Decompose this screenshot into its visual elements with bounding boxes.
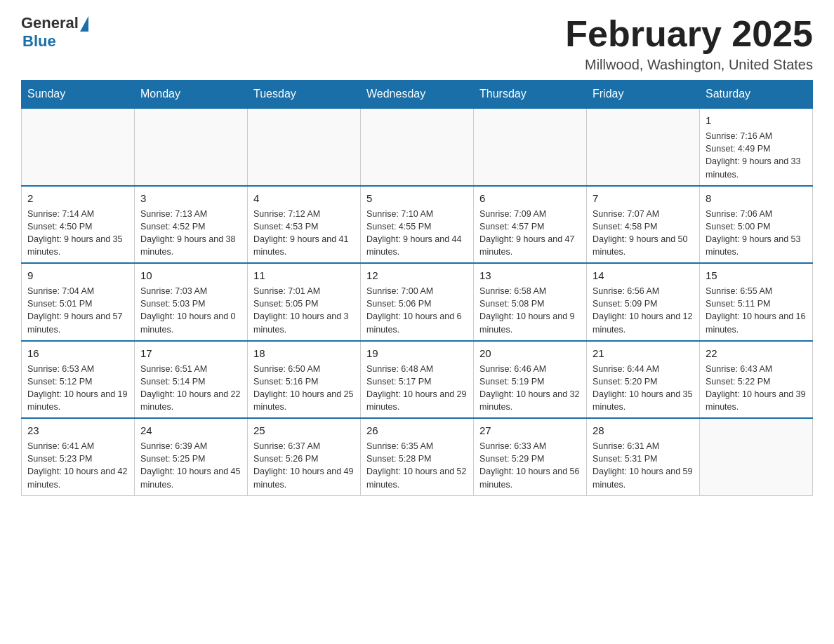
day-info: Sunrise: 7:07 AM Sunset: 4:58 PM Dayligh… [593,208,694,259]
day-number: 19 [366,346,468,361]
calendar-cell: 24Sunrise: 6:39 AM Sunset: 5:25 PM Dayli… [135,418,248,495]
day-number: 2 [27,191,128,206]
day-number: 8 [706,191,807,206]
calendar-cell [135,108,248,186]
day-number: 10 [140,268,241,283]
day-info: Sunrise: 6:31 AM Sunset: 5:31 PM Dayligh… [593,440,694,491]
weekday-header-friday: Friday [587,81,700,109]
day-number: 22 [706,346,807,361]
calendar-cell: 21Sunrise: 6:44 AM Sunset: 5:20 PM Dayli… [587,341,700,419]
calendar-cell: 19Sunrise: 6:48 AM Sunset: 5:17 PM Dayli… [361,341,474,419]
day-number: 13 [479,268,581,283]
day-info: Sunrise: 6:33 AM Sunset: 5:29 PM Dayligh… [479,440,581,491]
day-info: Sunrise: 6:35 AM Sunset: 5:28 PM Dayligh… [366,440,468,491]
calendar-cell [587,108,700,186]
logo: General Blue [21,14,88,51]
calendar-cell: 7Sunrise: 7:07 AM Sunset: 4:58 PM Daylig… [587,186,700,264]
calendar-cell: 20Sunrise: 6:46 AM Sunset: 5:19 PM Dayli… [474,341,587,419]
calendar-cell: 1Sunrise: 7:16 AM Sunset: 4:49 PM Daylig… [700,108,813,186]
day-number: 14 [593,268,694,283]
day-info: Sunrise: 7:14 AM Sunset: 4:50 PM Dayligh… [27,208,128,259]
calendar-cell: 8Sunrise: 7:06 AM Sunset: 5:00 PM Daylig… [700,186,813,264]
calendar-cell: 14Sunrise: 6:56 AM Sunset: 5:09 PM Dayli… [587,263,700,341]
day-number: 12 [366,268,468,283]
day-info: Sunrise: 7:10 AM Sunset: 4:55 PM Dayligh… [366,208,468,259]
title-section: February 2025 Millwood, Washington, Unit… [565,14,813,73]
calendar-cell: 28Sunrise: 6:31 AM Sunset: 5:31 PM Dayli… [587,418,700,495]
calendar-cell: 9Sunrise: 7:04 AM Sunset: 5:01 PM Daylig… [22,263,135,341]
day-number: 16 [27,346,128,361]
day-number: 25 [253,423,355,438]
day-info: Sunrise: 7:13 AM Sunset: 4:52 PM Dayligh… [140,208,241,259]
day-info: Sunrise: 6:44 AM Sunset: 5:20 PM Dayligh… [593,363,694,414]
day-number: 3 [140,191,241,206]
month-title: February 2025 [565,14,813,54]
logo-blue-text: Blue [22,32,56,51]
location-title: Millwood, Washington, United States [565,57,813,73]
calendar-cell: 15Sunrise: 6:55 AM Sunset: 5:11 PM Dayli… [700,263,813,341]
calendar-cell: 3Sunrise: 7:13 AM Sunset: 4:52 PM Daylig… [135,186,248,264]
day-number: 23 [27,423,128,438]
calendar-cell [474,108,587,186]
calendar-cell [361,108,474,186]
day-info: Sunrise: 6:48 AM Sunset: 5:17 PM Dayligh… [366,363,468,414]
day-info: Sunrise: 6:37 AM Sunset: 5:26 PM Dayligh… [253,440,355,491]
day-number: 4 [253,191,355,206]
calendar-cell: 13Sunrise: 6:58 AM Sunset: 5:08 PM Dayli… [474,263,587,341]
day-number: 11 [253,268,355,283]
day-info: Sunrise: 6:46 AM Sunset: 5:19 PM Dayligh… [479,363,581,414]
weekday-header-monday: Monday [135,81,248,109]
day-number: 24 [140,423,241,438]
calendar-header-row: SundayMondayTuesdayWednesdayThursdayFrid… [22,81,813,109]
day-number: 21 [593,346,694,361]
day-info: Sunrise: 7:12 AM Sunset: 4:53 PM Dayligh… [253,208,355,259]
day-info: Sunrise: 7:06 AM Sunset: 5:00 PM Dayligh… [706,208,807,259]
calendar-week-4: 16Sunrise: 6:53 AM Sunset: 5:12 PM Dayli… [22,341,813,419]
day-info: Sunrise: 7:09 AM Sunset: 4:57 PM Dayligh… [479,208,581,259]
day-info: Sunrise: 6:43 AM Sunset: 5:22 PM Dayligh… [706,363,807,414]
calendar-cell: 17Sunrise: 6:51 AM Sunset: 5:14 PM Dayli… [135,341,248,419]
day-number: 7 [593,191,694,206]
day-number: 5 [366,191,468,206]
day-number: 15 [706,268,807,283]
day-info: Sunrise: 6:50 AM Sunset: 5:16 PM Dayligh… [253,363,355,414]
day-info: Sunrise: 7:04 AM Sunset: 5:01 PM Dayligh… [27,285,128,336]
calendar-cell: 10Sunrise: 7:03 AM Sunset: 5:03 PM Dayli… [135,263,248,341]
day-info: Sunrise: 6:58 AM Sunset: 5:08 PM Dayligh… [479,285,581,336]
day-number: 18 [253,346,355,361]
day-number: 1 [706,113,807,128]
calendar-week-2: 2Sunrise: 7:14 AM Sunset: 4:50 PM Daylig… [22,186,813,264]
calendar-cell: 2Sunrise: 7:14 AM Sunset: 4:50 PM Daylig… [22,186,135,264]
day-info: Sunrise: 7:01 AM Sunset: 5:05 PM Dayligh… [253,285,355,336]
day-info: Sunrise: 7:03 AM Sunset: 5:03 PM Dayligh… [140,285,241,336]
day-number: 20 [479,346,581,361]
day-number: 17 [140,346,241,361]
calendar-cell: 6Sunrise: 7:09 AM Sunset: 4:57 PM Daylig… [474,186,587,264]
calendar-cell: 4Sunrise: 7:12 AM Sunset: 4:53 PM Daylig… [248,186,361,264]
calendar-cell [248,108,361,186]
weekday-header-thursday: Thursday [474,81,587,109]
day-number: 9 [27,268,128,283]
day-number: 6 [479,191,581,206]
calendar-cell: 18Sunrise: 6:50 AM Sunset: 5:16 PM Dayli… [248,341,361,419]
day-number: 27 [479,423,581,438]
page-header: General Blue February 2025 Millwood, Was… [21,14,813,73]
day-info: Sunrise: 6:51 AM Sunset: 5:14 PM Dayligh… [140,363,241,414]
day-number: 28 [593,423,694,438]
day-info: Sunrise: 6:56 AM Sunset: 5:09 PM Dayligh… [593,285,694,336]
day-info: Sunrise: 7:16 AM Sunset: 4:49 PM Dayligh… [706,130,807,181]
weekday-header-saturday: Saturday [700,81,813,109]
calendar-cell: 16Sunrise: 6:53 AM Sunset: 5:12 PM Dayli… [22,341,135,419]
day-info: Sunrise: 6:41 AM Sunset: 5:23 PM Dayligh… [27,440,128,491]
calendar-cell: 26Sunrise: 6:35 AM Sunset: 5:28 PM Dayli… [361,418,474,495]
calendar-week-1: 1Sunrise: 7:16 AM Sunset: 4:49 PM Daylig… [22,108,813,186]
day-info: Sunrise: 6:39 AM Sunset: 5:25 PM Dayligh… [140,440,241,491]
calendar-cell: 11Sunrise: 7:01 AM Sunset: 5:05 PM Dayli… [248,263,361,341]
day-info: Sunrise: 6:55 AM Sunset: 5:11 PM Dayligh… [706,285,807,336]
calendar-cell: 5Sunrise: 7:10 AM Sunset: 4:55 PM Daylig… [361,186,474,264]
logo-general-text: General [21,14,79,32]
calendar-cell: 12Sunrise: 7:00 AM Sunset: 5:06 PM Dayli… [361,263,474,341]
calendar-cell: 25Sunrise: 6:37 AM Sunset: 5:26 PM Dayli… [248,418,361,495]
day-info: Sunrise: 7:00 AM Sunset: 5:06 PM Dayligh… [366,285,468,336]
calendar-week-3: 9Sunrise: 7:04 AM Sunset: 5:01 PM Daylig… [22,263,813,341]
